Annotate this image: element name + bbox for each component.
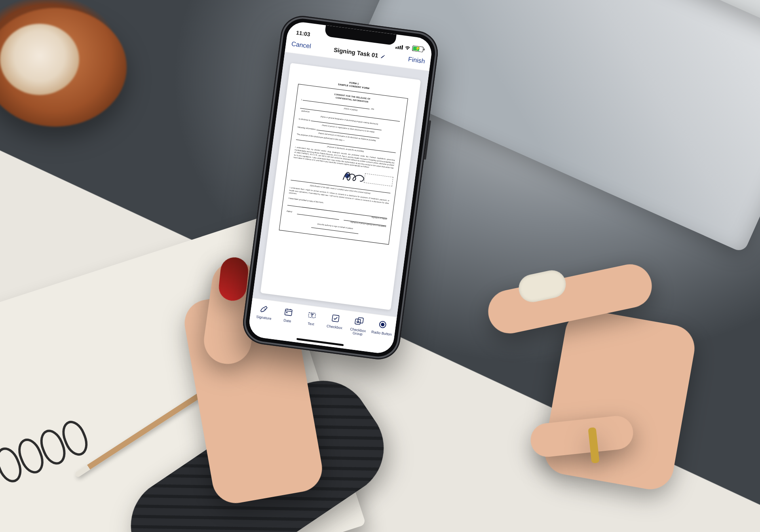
- doc-disclose-to: to disclose to: [298, 118, 310, 122]
- tool-text[interactable]: Text: [299, 309, 324, 332]
- svg-rect-4: [332, 315, 339, 322]
- tool-date[interactable]: Date: [275, 306, 300, 329]
- doc-lead-i: I,: [301, 98, 303, 101]
- page-title[interactable]: Signing Task 01: [333, 46, 386, 59]
- tool-checkbox[interactable]: Checkbox: [322, 312, 348, 335]
- svg-rect-2: [286, 312, 287, 313]
- tool-text-label: Text: [307, 322, 314, 331]
- text-field-icon: [306, 310, 318, 321]
- calendar-icon: [283, 306, 294, 318]
- finish-button[interactable]: Finish: [408, 56, 426, 65]
- doc-frame: CONSENT FOR THE RELEASE OF CONFIDENTIAL …: [279, 84, 408, 245]
- tool-checkbox-group[interactable]: Checkbox Group: [346, 315, 371, 338]
- tool-radio-button-label: Radio Button: [370, 330, 392, 341]
- doc-lead-the: , the: [370, 107, 374, 110]
- document-page[interactable]: FORM 1 SAMPLE CONSENT FORM CONSENT FOR T…: [260, 63, 421, 310]
- tool-signature[interactable]: Signature: [252, 302, 277, 325]
- svg-rect-1: [285, 309, 292, 316]
- pen-nib-icon: [259, 303, 271, 315]
- decor-mug: [0, 8, 127, 127]
- page-title-text: Signing Task 01: [333, 46, 378, 59]
- checkbox-icon: [330, 313, 341, 324]
- checkbox-group-icon: [353, 315, 365, 327]
- tool-radio-button[interactable]: Radio Button: [369, 318, 395, 341]
- tool-date-label: Date: [283, 319, 291, 327]
- svg-point-8: [381, 323, 384, 326]
- radio-button-icon: [377, 319, 388, 330]
- cancel-button[interactable]: Cancel: [291, 40, 312, 50]
- tool-checkbox-group-label: Checkbox Group: [346, 327, 370, 338]
- tool-signature-label: Signature: [255, 315, 272, 325]
- home-indicator[interactable]: [296, 338, 344, 346]
- tool-checkbox-label: Checkbox: [326, 324, 342, 334]
- document-viewport[interactable]: FORM 1 SAMPLE CONSENT FORM CONSENT FOR T…: [252, 52, 429, 321]
- phone-device: 11:03 ⚡ Cancel Signing Task 01: [240, 13, 441, 362]
- scene-background: 11:03 ⚡ Cancel Signing Task 01: [0, 0, 760, 532]
- edit-title-icon[interactable]: [380, 53, 386, 58]
